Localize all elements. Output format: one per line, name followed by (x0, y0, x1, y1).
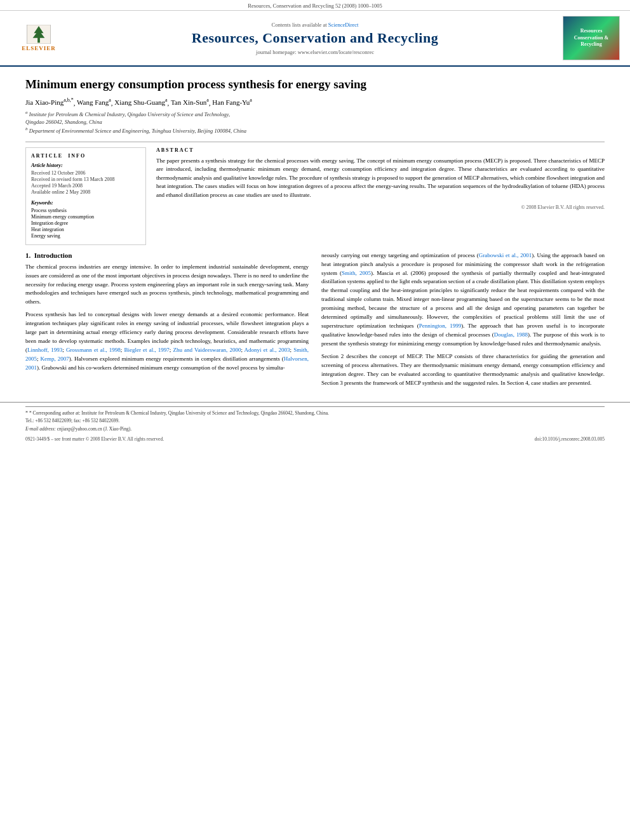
article-meta-section: ARTICLE INFO Article history: Received 1… (25, 147, 605, 245)
journal-title-block: Contents lists available at ScienceDirec… (74, 22, 556, 55)
author-1: Jia Xiao-Pinga,b,* (25, 98, 74, 106)
footnote-tel: Tel.: +86 532 84022699; fax: +86 532 840… (25, 418, 605, 425)
elsevier-logo: ELSEVIER (13, 22, 64, 54)
article-title: Minimum energy consumption process synth… (25, 77, 605, 93)
intro-para-4: Section 2 describes the concept of MECP.… (321, 352, 605, 388)
article-info-title: ARTICLE INFO (31, 153, 140, 159)
page-footer: * * Corresponding author at: Institute f… (0, 402, 630, 446)
intro-para-2: Process synthesis has led to conceptual … (25, 310, 309, 373)
keywords-label: Keywords: (31, 200, 140, 206)
received-date: Received 12 October 2006 (31, 170, 140, 176)
abstract-title: ABSTRACT (156, 147, 605, 153)
abstract-section: ABSTRACT The paper presents a synthesis … (156, 147, 605, 245)
affiliation-a-2: Qingdao 266042, Shandong, China (25, 119, 605, 126)
author-5: Han Fang-Yua (212, 98, 252, 106)
publisher-logo: ELSEVIER (10, 22, 67, 54)
journal-title: Resources, Conservation and Recycling (74, 30, 556, 46)
footer-doi: doi:10.1016/j.resconrec.2008.03.005 (535, 436, 605, 442)
authors-line: Jia Xiao-Pinga,b,*, Wang Fanga, Xiang Sh… (25, 98, 605, 107)
keyword-1: Process synthesis (31, 208, 140, 213)
keyword-2: Minimum energy consumption (31, 214, 140, 220)
available-date: Available online 2 May 2008 (31, 189, 140, 195)
section-1-heading: 1. Introduction (25, 251, 309, 259)
ref-pennington[interactable]: Pennington, 1999 (419, 323, 462, 329)
keyword-4: Heat integration (31, 227, 140, 232)
author-3: Xiang Shu-Guanga (114, 98, 167, 106)
accepted-date: Accepted 19 March 2008 (31, 183, 140, 189)
received-revised-date: Received in revised form 13 March 2008 (31, 177, 140, 182)
abstract-text: The paper presents a synthesis strategy … (156, 157, 605, 200)
keyword-3: Integration degree (31, 220, 140, 226)
elsevier-tree-icon (26, 25, 51, 44)
ref-grossmann[interactable]: Grossmann et al., 1998 (66, 347, 121, 353)
footer-divider (25, 406, 605, 407)
sciencedirect-bar: Contents lists available at ScienceDirec… (74, 22, 556, 28)
article-info-box: ARTICLE INFO Article history: Received 1… (25, 147, 146, 245)
author-4: Tan Xin-Suna (171, 98, 209, 106)
body-left-col: 1. Introduction The chemical process ind… (25, 251, 309, 392)
citation-text: Resources, Conservation and Recycling 52… (248, 3, 382, 9)
elsevier-wordmark: ELSEVIER (22, 45, 56, 51)
affiliation-b: b Department of Environmental Science an… (25, 126, 605, 135)
email-label: E-mail address: (25, 426, 56, 432)
intro-para-3: neously carrying out energy targeting an… (321, 251, 605, 349)
cover-text: Resources Conservation & Recycling (574, 28, 608, 48)
author-2: Wang Fanga (77, 98, 111, 106)
journal-citation: Resources, Conservation and Recycling 52… (0, 0, 630, 11)
ref-kemp[interactable]: Kemp, 2007 (41, 356, 69, 362)
footnote-email: E-mail address: cnjiaxp@yahoo.com.cn (J.… (25, 426, 605, 433)
keywords-section: Keywords: Process synthesis Minimum ener… (31, 200, 140, 239)
footnote-corresponding: * * Corresponding author at: Institute f… (25, 410, 605, 417)
affiliations: a Institute for Petroleum & Chemical Ind… (25, 110, 605, 135)
footer-issn: 0921-3449/$ – see front matter © 2008 El… (25, 436, 164, 442)
sciencedirect-label: Contents lists available at (272, 22, 327, 28)
intro-para-1: The chemical process industries are ener… (25, 263, 309, 307)
article-history-label: Article history: (31, 163, 140, 168)
journal-header: ELSEVIER Contents lists available at Sci… (0, 11, 630, 67)
footer-bar: 0921-3449/$ – see front matter © 2008 El… (25, 436, 605, 442)
ref-adonyi[interactable]: Adonyi et al., 2003 (245, 347, 290, 353)
body-section: 1. Introduction The chemical process ind… (25, 251, 605, 392)
ref-grabowski[interactable]: Grabowski et al., 2001 (479, 252, 532, 258)
keyword-5: Energy saving (31, 233, 140, 239)
ref-smith-2005[interactable]: Smith, 2005 (342, 270, 371, 276)
article-content: Minimum energy consumption process synth… (0, 67, 630, 392)
footnote-text-star: * Corresponding author at: Institute for… (29, 410, 329, 416)
email-address: cnjiaxp@yahoo.com.cn (J. Xiao-Ping). (57, 426, 131, 432)
ref-biegler[interactable]: Biegler et al., 1997 (124, 347, 169, 353)
copyright: © 2008 Elsevier B.V. All rights reserved… (156, 204, 605, 210)
sciencedirect-link[interactable]: ScienceDirect (328, 22, 359, 28)
body-right-col: neously carrying out energy targeting an… (321, 251, 605, 392)
ref-zhu[interactable]: Zhu and Vaideeswaran, 2000 (173, 347, 241, 353)
section-divider (25, 142, 605, 142)
homepage-text: journal homepage: www.elsevier.com/locat… (256, 49, 374, 55)
journal-homepage: journal homepage: www.elsevier.com/locat… (74, 49, 556, 55)
ref-linnhoff[interactable]: Linnhoff, 1993 (27, 347, 62, 353)
journal-cover-image: Resources Conservation & Recycling (563, 16, 620, 60)
affiliation-a: a Institute for Petroleum & Chemical Ind… (25, 110, 605, 119)
ref-douglas[interactable]: Douglas, 1988 (494, 331, 528, 338)
